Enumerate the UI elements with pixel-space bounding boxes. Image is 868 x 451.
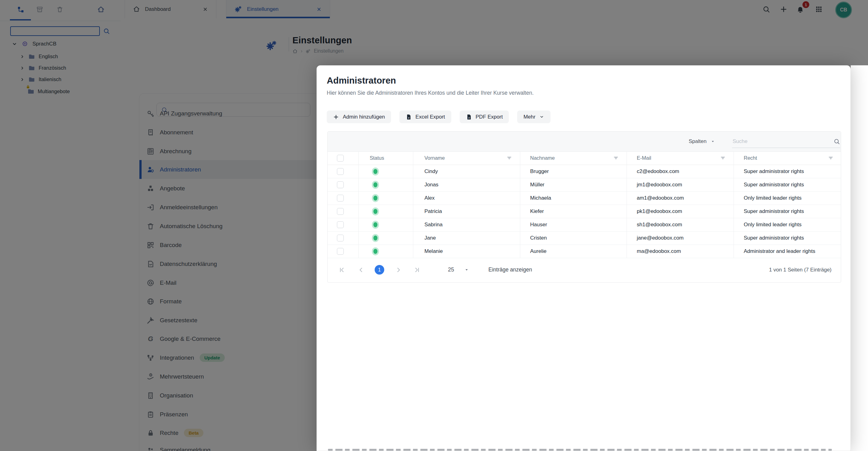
filter-icon[interactable] [506, 155, 513, 161]
pdf-export-button[interactable]: x PDF Export [460, 111, 509, 123]
cell-vorname: Cindy [413, 165, 520, 178]
app-root: SprachCB Englisch Französisch Italienisc… [0, 0, 868, 451]
row-checkbox[interactable] [337, 235, 344, 242]
table-row: Sabrina Hauser sh1@edoobox.com Only limi… [328, 218, 841, 231]
table-row: Melanie Aurelie ma@edoobox.com Administr… [328, 245, 841, 258]
chevron-down-icon [539, 114, 545, 119]
table-search-input[interactable] [732, 138, 833, 145]
column-header-nachname: Nachname [530, 155, 555, 161]
status-active-dot [373, 196, 377, 201]
button-label: PDF Export [476, 114, 503, 120]
table-row: Jonas Müller jm1@edoobox.com Super admin… [328, 178, 841, 192]
drawer-title: Administratoren [327, 76, 396, 86]
cell-recht: Super administrator rights [734, 178, 841, 191]
table-search-field [732, 135, 840, 148]
select-all-checkbox[interactable] [337, 155, 344, 162]
excel-file-icon: x [406, 114, 412, 120]
cell-nachname: Kiefer [520, 205, 627, 218]
admins-table-card: Spalten Status Vorname Nachname E-Mail R… [328, 131, 841, 283]
button-label: Mehr [523, 114, 535, 120]
cell-email: ma@edoobox.com [627, 245, 734, 258]
table-row: Patricia Kiefer pk1@edoobox.com Super ad… [328, 205, 841, 218]
table-row: Cindy Brugger c2@edoobox.com Super admin… [328, 165, 841, 178]
cell-recht: Only limited leader rights [734, 218, 841, 231]
cell-vorname: Jonas [413, 178, 520, 191]
drawer-subtitle: Hier können Sie die Administratoren Ihre… [327, 90, 533, 96]
cell-nachname: Aurelie [520, 245, 627, 258]
columns-label: Spalten [689, 138, 707, 145]
row-checkbox[interactable] [337, 181, 344, 188]
svg-text:x: x [468, 116, 470, 119]
clipped-text-strip [328, 449, 832, 451]
last-page-icon[interactable] [413, 266, 421, 274]
drawer-gutter [851, 65, 868, 451]
page-size-value[interactable]: 25 [448, 266, 454, 273]
cell-email: jane@edoobox.com [627, 231, 734, 245]
row-checkbox[interactable] [337, 221, 344, 228]
cell-recht: Super administrator rights [734, 205, 841, 218]
button-label: Admin hinzufügen [343, 114, 385, 120]
status-active-dot [373, 182, 377, 187]
filter-icon[interactable] [828, 155, 834, 161]
pagination-bar: 1 25 Einträge anzeigen 1 von 1 Seiten (7… [328, 257, 841, 282]
columns-dropdown[interactable]: Spalten [689, 132, 715, 151]
row-checkbox[interactable] [337, 248, 344, 255]
status-active-dot [373, 209, 377, 214]
cell-vorname: Melanie [413, 245, 520, 258]
table-header-row: Status Vorname Nachname E-Mail Recht [328, 151, 841, 165]
more-button[interactable]: Mehr [517, 111, 551, 123]
table-row: Alex Michaela am1@edoobox.com Only limit… [328, 191, 841, 205]
cell-vorname: Alex [413, 191, 520, 205]
status-active-dot [373, 222, 377, 227]
cell-recht: Administrator and leader rights [734, 245, 841, 258]
first-page-icon[interactable] [338, 266, 346, 274]
cell-nachname: Cristen [520, 231, 627, 245]
table-toolbar: Spalten [328, 132, 841, 152]
drawer-actions: Admin hinzufügen x Excel Export x PDF Ex… [327, 111, 551, 123]
row-checkbox[interactable] [337, 195, 344, 201]
cell-nachname: Hauser [520, 218, 627, 231]
status-active-dot [373, 169, 377, 174]
status-active-dot [373, 249, 377, 254]
cell-email: am1@edoobox.com [627, 191, 734, 205]
svg-text:x: x [408, 116, 410, 119]
column-header-email: E-Mail [637, 155, 651, 161]
row-checkbox[interactable] [337, 208, 344, 215]
cell-nachname: Müller [520, 178, 627, 191]
cell-vorname: Jane [413, 231, 520, 245]
filter-icon[interactable] [613, 155, 619, 161]
cell-recht: Super administrator rights [734, 165, 841, 178]
table-row: Jane Cristen jane@edoobox.com Super admi… [328, 231, 841, 245]
cell-email: jm1@edoobox.com [627, 178, 734, 191]
cell-recht: Super administrator rights [734, 231, 841, 245]
column-header-recht: Recht [744, 155, 757, 161]
caret-down-icon [710, 139, 715, 144]
column-header-vorname: Vorname [425, 155, 445, 161]
next-page-icon[interactable] [395, 266, 402, 274]
page-size-label: Einträge anzeigen [488, 266, 532, 273]
administrators-drawer: Administratoren Hier können Sie die Admi… [316, 65, 851, 451]
cell-email: c2@edoobox.com [627, 165, 734, 178]
pagination-summary: 1 von 1 Seiten (7 Einträge) [769, 267, 832, 273]
page-number-button[interactable]: 1 [375, 265, 384, 275]
search-icon[interactable] [833, 138, 840, 145]
add-admin-button[interactable]: Admin hinzufügen [327, 111, 391, 123]
cell-nachname: Michaela [520, 191, 627, 205]
cell-nachname: Brugger [520, 165, 627, 178]
row-checkbox[interactable] [337, 168, 344, 175]
cell-vorname: Patricia [413, 205, 520, 218]
caret-down-icon[interactable] [464, 267, 469, 273]
excel-export-button[interactable]: x Excel Export [399, 111, 451, 123]
cell-email: sh1@edoobox.com [627, 218, 734, 231]
pdf-file-icon: x [466, 114, 472, 120]
button-label: Excel Export [415, 114, 445, 120]
cell-email: pk1@edoobox.com [627, 205, 734, 218]
plus-icon [333, 114, 339, 120]
column-header-status: Status [370, 155, 384, 161]
cell-recht: Only limited leader rights [734, 191, 841, 205]
filter-icon[interactable] [720, 155, 726, 161]
cell-vorname: Sabrina [413, 218, 520, 231]
prev-page-icon[interactable] [357, 266, 365, 274]
status-active-dot [373, 235, 377, 241]
